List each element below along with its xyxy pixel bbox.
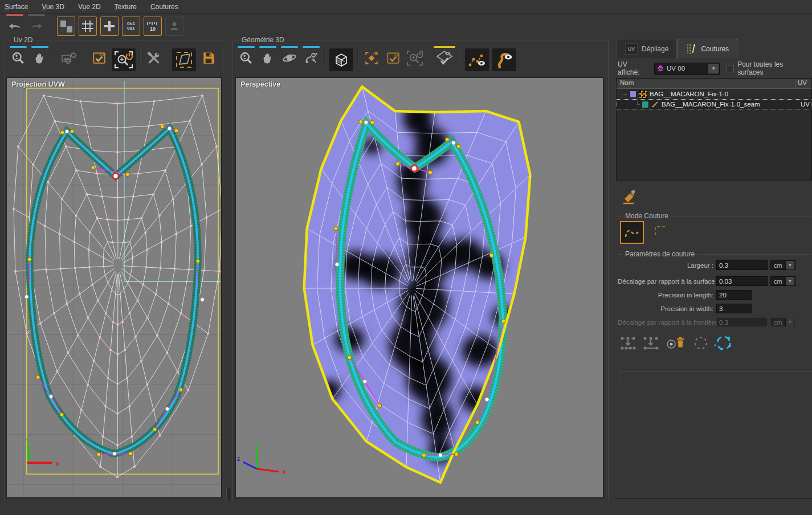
param-largeur-unit[interactable]: cm ▼ [770,260,795,270]
menu-surface[interactable]: Surface [5,1,34,13]
uv-select-value: UV 00 [664,65,707,72]
uv2d-polygon-select-button[interactable] [172,48,196,71]
snap-edge-button[interactable] [640,333,661,353]
mode-couture-group: Mode Couture [617,216,812,251]
grid-icon [81,20,94,32]
uv-select-arrow-icon[interactable]: ▼ [708,64,719,73]
seam-actions-row [618,333,734,353]
lower-empty-group [619,371,812,385]
delete-seam-button[interactable] [663,333,688,353]
uv2d-zoom-button[interactable] [9,48,27,68]
cube-icon [332,51,350,69]
tree-row-surface[interactable]: ┄ BAG__MACARON_Fix-1-0 [617,89,811,99]
eraser-icon [621,189,638,206]
menu-texture[interactable]: Texture [115,1,142,13]
mode-couture-curve-button[interactable] [620,221,644,244]
circle-seam-active-button[interactable] [713,333,734,353]
geo3d-viewport[interactable]: Perspective yxz [235,77,604,498]
user-profile-button[interactable] [165,17,183,36]
panel-tabs: UV Dépliage Coutures [617,39,737,58]
surface-name: BAG__MACARON_Fix-1-0 [650,91,728,97]
uv-select[interactable]: UV 00 ▼ [654,63,720,75]
param-decalage-surface-input[interactable] [716,276,768,286]
coutures-tab-icon [685,43,697,55]
uv2d-viewport[interactable]: Projection UVW vu [6,77,222,498]
seam-eraser-button[interactable] [619,187,640,207]
tree-col-uv[interactable]: UV [795,79,811,88]
surface-color-swatch[interactable] [629,91,636,98]
tab-depliage[interactable]: UV Dépliage [617,39,677,58]
snap-points-down-icon [619,335,636,351]
undo-icon [7,21,22,31]
tree-row-seam[interactable]: └ BAG__MACARON_Fix-1-0_seam UV [617,99,811,109]
menu-vue-2d[interactable]: Vue 2D [78,1,107,13]
pan-hand-icon [33,51,47,66]
radio-trash-icon [664,334,687,351]
application-window: SurfaceVue 3DVue 2DTextureCoutures [0,0,812,515]
geo3d-frame-diamond-button[interactable] [362,48,381,68]
tree-expand-icon[interactable]: ┄ [621,91,629,97]
all-surfaces-label: Pour toutes les surfaces [737,60,810,76]
geo3d-camera-move-button[interactable] [302,48,320,68]
uv2d-viewport-label: Projection UVW [11,80,65,88]
geo3d-group-label: Géométrie 3D [239,36,287,44]
zoom-region-power-icon [406,50,423,66]
geo3d-mesh-check-button[interactable] [433,48,456,68]
undo-button[interactable] [6,17,24,36]
geo3d-orbit-button[interactable] [280,48,299,68]
geo3d-frame-check-button[interactable] [384,48,402,68]
tree-col-nom[interactable]: Nom [617,79,795,88]
uv2d-window-check-button[interactable] [90,48,108,68]
uv2d-save-button[interactable] [199,48,218,68]
seam-name: BAG__MACARON_Fix-1-0_seam [662,101,760,108]
orbit-icon [281,51,297,66]
uv2d-tools-button[interactable] [145,48,163,68]
mode-couture-rect-button[interactable] [651,223,672,243]
uv2d-toolbar [7,47,219,71]
toggle-grid-button[interactable] [79,17,97,36]
tab-coutures[interactable]: Coutures [677,39,737,58]
param-decalage-surface-label: Décalage par rapport à la surface : [618,278,716,285]
param-row-decalage-surface: Décalage par rapport à la surface : cm ▼ [618,276,810,287]
tools-wrench-icon [146,51,161,66]
uv2d-axis-v-label: v [26,437,30,444]
menu-vue-3d[interactable]: Vue 3D [42,1,70,13]
param-decalage-surface-unit[interactable]: cm ▼ [770,276,795,286]
toggle-texel-labels-button[interactable]: 0b10a1 [122,17,140,36]
redo-button[interactable] [27,17,46,36]
uv2d-texture-settings-button[interactable] [58,48,81,68]
geo3d-toolbar [235,47,518,71]
geo3d-canvas[interactable]: yxz [236,78,603,497]
geo3d-zoom-button[interactable] [237,48,255,68]
circle-dashed-active-icon [715,334,733,352]
seam-color-swatch[interactable] [642,101,649,108]
all-surfaces-checkbox[interactable] [727,65,734,72]
geo3d-seam-curve-button[interactable] [492,48,516,71]
circle-seam-button[interactable] [691,333,711,353]
param-largeur-input[interactable] [716,260,768,270]
geo3d-zoom-region-button[interactable] [406,48,424,68]
tree-header[interactable]: Nom UV [617,79,811,89]
seam-pencil-icon [651,100,659,108]
coutures-panel: UV Dépliage Coutures UV affiché: [615,38,812,502]
toggle-checker-button[interactable] [57,17,75,36]
zoom-magnifier-icon [11,51,26,66]
toggle-ruler-button[interactable]: 10 [144,17,162,36]
menu-coutures[interactable]: Coutures [150,1,184,13]
checkerboard-icon [60,21,72,32]
uv2d-pan-button[interactable] [31,48,49,68]
geo3d-shaded-cube-button[interactable] [329,48,353,71]
param-precision-length-input[interactable] [716,290,752,300]
geo3d-seam-points-button[interactable] [465,48,489,71]
param-precision-width-input[interactable] [716,304,752,313]
snap-edge-down-icon [642,335,659,351]
polygon-select-icon [175,51,193,69]
uv2d-canvas[interactable]: vu [7,78,221,497]
viewport-splitter[interactable] [226,488,231,500]
toggle-cross-button[interactable] [100,17,119,36]
uv-tab-icon: UV [625,43,638,55]
geo3d-pan-button[interactable] [259,48,277,68]
snap-points-button[interactable] [618,333,638,353]
uv2d-zoom-region-button[interactable] [112,48,136,71]
save-floppy-icon [201,51,216,66]
